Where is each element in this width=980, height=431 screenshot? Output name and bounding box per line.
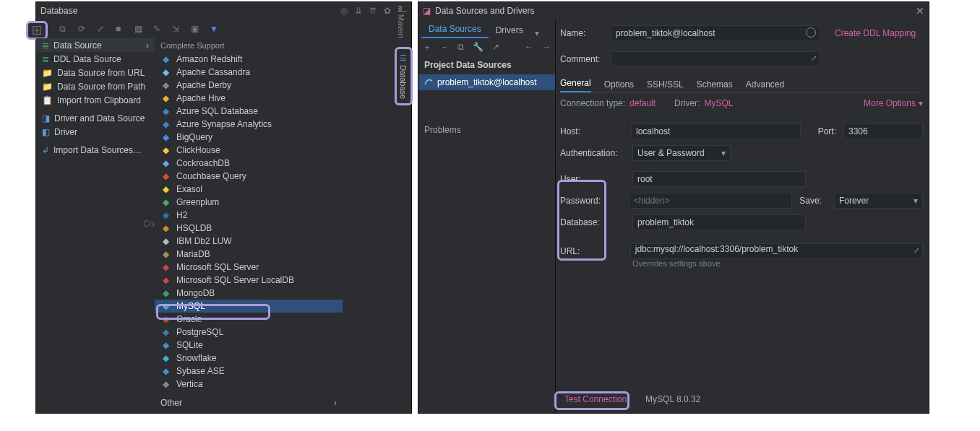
ctx-driver[interactable]: ◧Driver [36,125,155,139]
subtab-options[interactable]: Options [604,79,634,92]
db-option-apache-derby[interactable]: ◆Apache Derby [155,79,343,92]
db-option-vertica[interactable]: ◆Vertica [155,378,343,391]
db-option-snowflake[interactable]: ◆Snowflake [155,352,343,365]
db-option-bigquery[interactable]: ◆BigQuery [155,131,343,144]
ctx-driver-and-data-source[interactable]: ◨Driver and Data Source [36,111,155,125]
chevron-down-icon: ▾ [919,98,923,108]
db-option-sqlite[interactable]: ◆SQLite [155,339,343,352]
more-options-link[interactable]: More Options▾ [864,98,923,108]
db-option-clickhouse[interactable]: ◆ClickHouse [155,144,343,157]
db-option-mysql[interactable]: ◆MySQL [155,300,343,313]
subtab-general[interactable]: General [560,78,591,92]
driver-icon: ◧ [42,127,50,137]
remove-icon[interactable]: － [440,41,449,53]
ctx-import-clipboard[interactable]: 📋Import from Clipboard [36,93,155,107]
back-icon[interactable]: ← [525,42,533,52]
stop-icon[interactable]: ◎ [340,6,348,16]
auth-select[interactable]: User & Password▾ [632,145,731,161]
db-vendor-icon: ◆ [160,80,171,90]
copy-icon[interactable]: ⧉ [457,42,464,52]
save-select[interactable]: Forever▾ [834,193,923,209]
ctx-data-source-path[interactable]: 📁Data Source from Path [36,79,155,93]
db-option-exasol[interactable]: ◆Exasol [155,183,343,196]
diagram-icon[interactable]: ⇲ [172,24,182,34]
password-input[interactable] [629,193,793,209]
db-option-label: SQLite [176,340,203,350]
db-option-microsoft-sql-server[interactable]: ◆Microsoft SQL Server [155,261,343,274]
expand-icon[interactable]: ⇈ [369,6,377,16]
jump-icon[interactable]: ⤢ [97,24,107,34]
password-label: Password: [560,196,622,206]
ctx-data-source-url[interactable]: 📁Data Source from URL [36,66,155,79]
subtab-sshssl[interactable]: SSH/SSL [647,79,684,92]
problems-section[interactable]: Problems [418,119,555,141]
database-label: Database: [560,217,625,227]
user-label: User: [560,174,625,184]
db-option-label: Apache Derby [176,80,231,90]
subtab-schemas[interactable]: Schemas [697,79,733,92]
chevron-down-icon: ▾ [914,196,918,206]
user-input[interactable] [632,171,806,187]
db-option-h2[interactable]: ◆H2 [155,209,343,222]
close-icon[interactable]: ✕ [916,5,924,17]
db-option-mongodb[interactable]: ◆MongoDB [155,287,343,300]
database-vtab[interactable]: ☰ Database [395,47,413,105]
tab-data-sources[interactable]: Data Sources [421,21,489,38]
db-option-microsoft-sql-server-localdb[interactable]: ◆Microsoft SQL Server LocalDB [155,274,343,287]
expand-icon[interactable]: ⤢ [811,54,817,62]
collapse-icon[interactable]: ⇊ [355,6,362,16]
test-connection-link[interactable]: Test Connection [560,393,631,406]
color-ring-icon[interactable] [806,27,816,38]
db-option-label: Apache Cassandra [176,67,250,77]
database-input[interactable] [632,214,806,230]
create-ddl-mapping-link[interactable]: Create DDL Mapping [835,28,916,38]
db-option-azure-synapse-analytics[interactable]: ◆Azure Synapse Analytics [155,118,343,131]
db-option-ibm-db2-luw[interactable]: ◆IBM Db2 LUW [155,235,343,248]
port-input[interactable] [843,123,923,139]
refresh-icon[interactable]: ⟳ [78,24,88,34]
ctx-import-data-sources[interactable]: ↲Import Data Sources… [36,143,155,157]
ctx-other[interactable]: Other› [155,395,343,411]
wrench-icon[interactable]: 🔧 [473,42,483,52]
db-option-apache-cassandra[interactable]: ◆Apache Cassandra [155,66,343,79]
url-input[interactable]: jdbc:mysql://localhost:3306/problem_tikt… [630,243,923,259]
db-option-mariadb[interactable]: ◆MariaDB [155,248,343,261]
db-option-label: MariaDB [176,249,210,259]
db-option-postgresql[interactable]: ◆PostgreSQL [155,326,343,339]
forward-icon[interactable]: → [542,42,551,52]
db-option-amazon-redshift[interactable]: ◆Amazon Redshift [155,53,343,66]
subtab-advanced[interactable]: Advanced [746,79,784,92]
add-datasource-button[interactable] [26,21,48,40]
goto-icon[interactable]: ↗ [492,42,499,52]
add-icon[interactable]: ＋ [423,41,431,53]
tab-drivers[interactable]: Drivers [489,22,530,38]
gear-icon[interactable]: ✿ [384,6,391,16]
ctx-ddl-data-source[interactable]: ≣DDL Data Source [36,52,155,66]
host-input[interactable] [631,123,801,139]
db-option-label: CockroachDB [176,158,230,168]
db-option-hsqldb[interactable]: ◆HSQLDB [155,222,343,235]
tree-datasource-item[interactable]: problem_tiktok@localhost [418,74,555,90]
db-option-azure-sql-database[interactable]: ◆Azure SQL Database [155,105,343,118]
connection-type-value[interactable]: default [629,98,656,108]
chevron-down-icon[interactable]: ▾ [535,28,539,38]
expand-icon[interactable]: ⤢ [914,246,919,254]
db-option-sybase-ase[interactable]: ◆Sybase ASE [155,365,343,378]
ctx-data-source[interactable]: ≣Data Source› [36,38,155,52]
edit-icon[interactable]: ✎ [153,24,163,34]
grid-icon[interactable]: ▦ [134,24,145,34]
filter-icon[interactable]: ▼ [210,24,220,34]
copy-icon[interactable]: ⧉ [59,24,69,34]
driver-value-link[interactable]: MySQL [704,98,733,108]
stop-sq-icon[interactable]: ■ [116,24,126,34]
maven-vtab[interactable]: m Maven [395,1,408,43]
db-option-label: HSQLDB [176,223,212,233]
comment-input[interactable]: ⤢ [611,51,820,67]
db-option-cockroachdb[interactable]: ◆CockroachDB [155,157,343,170]
layout-icon[interactable]: ▣ [191,24,201,34]
db-option-couchbase-query[interactable]: ◆Couchbase Query [155,170,343,183]
name-input[interactable] [611,25,820,41]
db-option-oracle[interactable]: ◆Oracle [155,313,343,326]
db-option-greenplum[interactable]: ◆Greenplum [155,196,343,209]
db-option-apache-hive[interactable]: ◆Apache Hive [155,92,343,105]
